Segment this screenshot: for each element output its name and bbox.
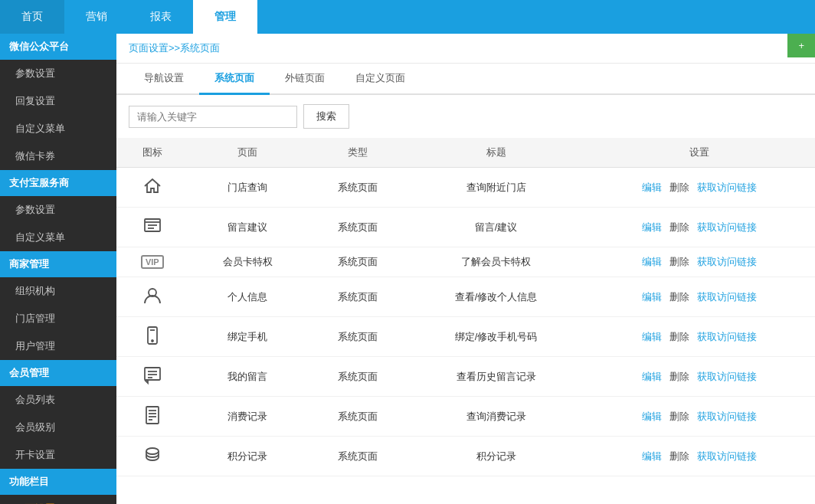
- sidebar-item-users[interactable]: 用户管理: [0, 332, 116, 360]
- breadcrumb: 页面设置>>系统页面: [116, 34, 815, 64]
- col-page: 页面: [188, 138, 307, 168]
- sidebar-section-member: 会员管理: [0, 360, 116, 386]
- action-get-link[interactable]: 获取访问链接: [697, 182, 757, 193]
- cell-type: 系统页面: [307, 208, 408, 247]
- sidebar-item-alipay-menu[interactable]: 自定义菜单: [0, 224, 116, 251]
- sidebar-item-wechat-card[interactable]: 微信卡券: [0, 142, 116, 170]
- cell-page: 消费记录: [188, 397, 307, 437]
- action-delete[interactable]: 删除: [669, 411, 689, 422]
- action-get-link[interactable]: 获取访问链接: [697, 221, 757, 233]
- action-get-link[interactable]: 获取访问链接: [697, 256, 757, 267]
- cell-page: 个人信息: [188, 277, 307, 317]
- nav-marketing[interactable]: 营销: [64, 0, 129, 34]
- sidebar-item-page-settings[interactable]: 页面设置: [0, 495, 116, 504]
- nav-reports[interactable]: 报表: [129, 0, 193, 34]
- action-get-link[interactable]: 获取访问链接: [697, 371, 757, 382]
- cell-page: 留言建议: [188, 208, 307, 247]
- cell-page: 会员卡特权: [188, 247, 307, 277]
- sidebar-item-member-card[interactable]: 开卡设置: [0, 441, 116, 469]
- cell-icon: [116, 357, 188, 397]
- cell-type: 系统页面: [307, 317, 408, 357]
- cell-title: 绑定/修改手机号码: [408, 317, 584, 357]
- nav-home[interactable]: 首页: [0, 0, 64, 34]
- cell-actions: 编辑 删除 获取访问链接: [584, 168, 815, 208]
- data-table: 图标 页面 类型 标题 设置 门店查询 系统页面 查询附近门店 编辑 删除 获取…: [116, 138, 815, 476]
- main-layout: 微信公众平台 参数设置 回复设置 自定义菜单 微信卡券 支付宝服务商 参数设置 …: [0, 34, 815, 504]
- sidebar-item-member-level[interactable]: 会员级别: [0, 414, 116, 441]
- sidebar-item-store[interactable]: 门店管理: [0, 305, 116, 332]
- sidebar: 微信公众平台 参数设置 回复设置 自定义菜单 微信卡券 支付宝服务商 参数设置 …: [0, 34, 116, 504]
- table-header-row: 图标 页面 类型 标题 设置: [116, 138, 815, 168]
- cell-page: 绑定手机: [188, 317, 307, 357]
- cell-title: 了解会员卡特权: [408, 247, 584, 277]
- tab-custom-pages[interactable]: 自定义页面: [340, 64, 421, 95]
- table-row: 绑定手机 系统页面 绑定/修改手机号码 编辑 删除 获取访问链接: [116, 317, 815, 357]
- tab-system-pages[interactable]: 系统页面: [199, 64, 270, 95]
- action-get-link[interactable]: 获取访问链接: [697, 450, 757, 462]
- table-row: 门店查询 系统页面 查询附近门店 编辑 删除 获取访问链接: [116, 168, 815, 208]
- cell-title: 查看/修改个人信息: [408, 277, 584, 317]
- action-edit[interactable]: 编辑: [642, 411, 662, 422]
- action-delete[interactable]: 删除: [669, 331, 689, 342]
- cell-icon: [116, 397, 188, 437]
- cell-title: 查询消费记录: [408, 397, 584, 437]
- action-delete[interactable]: 删除: [669, 256, 689, 267]
- sidebar-item-wechat-reply[interactable]: 回复设置: [0, 87, 116, 115]
- tab-external-links[interactable]: 外链页面: [270, 64, 340, 95]
- action-edit[interactable]: 编辑: [642, 256, 662, 267]
- svg-point-17: [146, 448, 159, 454]
- cell-actions: 编辑 删除 获取访问链接: [584, 357, 815, 397]
- table-row: VIP 会员卡特权 系统页面 了解会员卡特权 编辑 删除 获取访问链接: [116, 247, 815, 277]
- cell-page: 我的留言: [188, 357, 307, 397]
- sidebar-item-alipay-params[interactable]: 参数设置: [0, 196, 116, 224]
- action-get-link[interactable]: 获取访问链接: [697, 411, 757, 422]
- search-button[interactable]: 搜索: [303, 104, 349, 129]
- sidebar-item-org[interactable]: 组织机构: [0, 277, 116, 305]
- add-button[interactable]: +: [787, 34, 815, 57]
- col-actions: 设置: [584, 138, 815, 168]
- action-edit[interactable]: 编辑: [642, 331, 662, 342]
- cell-actions: 编辑 删除 获取访问链接: [584, 397, 815, 437]
- action-delete[interactable]: 删除: [669, 221, 689, 233]
- action-edit[interactable]: 编辑: [642, 371, 662, 382]
- cell-type: 系统页面: [307, 277, 408, 317]
- col-type: 类型: [307, 138, 408, 168]
- table-row: 个人信息 系统页面 查看/修改个人信息 编辑 删除 获取访问链接: [116, 277, 815, 317]
- sidebar-item-wechat-menu[interactable]: 自定义菜单: [0, 115, 116, 142]
- cell-page: 积分记录: [188, 437, 307, 476]
- table-row: 我的留言 系统页面 查看历史留言记录 编辑 删除 获取访问链接: [116, 357, 815, 397]
- cell-title: 查询附近门店: [408, 168, 584, 208]
- table-row: 积分记录 系统页面 积分记录 编辑 删除 获取访问链接: [116, 437, 815, 476]
- action-get-link[interactable]: 获取访问链接: [697, 331, 757, 342]
- search-bar: 搜索: [116, 95, 815, 138]
- tab-nav-settings[interactable]: 导航设置: [129, 64, 199, 95]
- action-delete[interactable]: 删除: [669, 371, 689, 382]
- top-nav: 首页 营销 报表 管理: [0, 0, 815, 34]
- main-content: 页面设置>>系统页面 + 导航设置 系统页面 外链页面 自定义页面 搜索 图标 …: [116, 34, 815, 504]
- action-delete[interactable]: 删除: [669, 182, 689, 193]
- svg-point-7: [152, 340, 153, 342]
- tab-bar: 导航设置 系统页面 外链页面 自定义页面: [116, 64, 815, 95]
- sidebar-item-member-list[interactable]: 会员列表: [0, 386, 116, 414]
- cell-type: 系统页面: [307, 247, 408, 277]
- cell-title: 留言/建议: [408, 208, 584, 247]
- action-edit[interactable]: 编辑: [642, 291, 662, 303]
- col-title: 标题: [408, 138, 584, 168]
- nav-manage[interactable]: 管理: [193, 0, 257, 34]
- action-delete[interactable]: 删除: [669, 450, 689, 462]
- cell-actions: 编辑 删除 获取访问链接: [584, 317, 815, 357]
- sidebar-item-wechat-params[interactable]: 参数设置: [0, 60, 116, 87]
- action-edit[interactable]: 编辑: [642, 182, 662, 193]
- cell-type: 系统页面: [307, 397, 408, 437]
- cell-type: 系统页面: [307, 437, 408, 476]
- action-delete[interactable]: 删除: [669, 291, 689, 303]
- action-edit[interactable]: 编辑: [642, 450, 662, 462]
- cell-icon: [116, 168, 188, 208]
- action-edit[interactable]: 编辑: [642, 221, 662, 233]
- sidebar-section-wechat: 微信公众平台: [0, 34, 116, 60]
- search-input[interactable]: [129, 106, 297, 128]
- action-get-link[interactable]: 获取访问链接: [697, 291, 757, 303]
- col-icon: 图标: [116, 138, 188, 168]
- cell-icon: [116, 208, 188, 247]
- cell-title: 积分记录: [408, 437, 584, 476]
